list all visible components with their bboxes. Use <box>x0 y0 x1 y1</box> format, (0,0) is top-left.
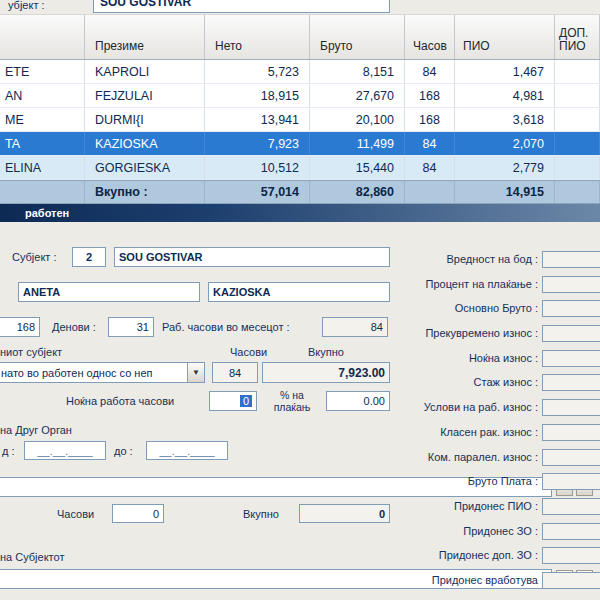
date-from-field[interactable]: __.__.____ <box>24 441 106 460</box>
percent-pay-label-line2: плаќањ <box>274 401 311 413</box>
table-row[interactable]: ETE KAPROLI 5,723 8,151 84 1,467 <box>0 60 600 84</box>
field-label: Класен рак. износ : <box>440 426 538 438</box>
total-empty <box>0 181 85 203</box>
value-field[interactable] <box>542 374 600 391</box>
col-hours: Часов <box>405 15 455 59</box>
table-row[interactable]: ELINA GORGIESKA 10,512 15,440 84 2,779 <box>0 156 600 180</box>
cell-surname: KAPROLI <box>85 60 205 83</box>
cell-name: AN <box>0 84 85 107</box>
right-field-row: Придонес доп. ЗО : <box>330 547 600 564</box>
col-dop-pio: ДОП. ПИО <box>555 15 600 59</box>
cell-neto: 7,923 <box>205 132 310 155</box>
cell-bruto: 8,151 <box>310 60 405 83</box>
value-field[interactable] <box>542 473 600 490</box>
right-field-row: Процент на плаќање : <box>330 276 600 293</box>
subject-section-label: ниот субјект <box>0 346 62 358</box>
value-field[interactable] <box>542 350 600 367</box>
percent-pay-label-line1: % на <box>280 389 304 401</box>
org-total-label: Вкупно <box>243 508 279 520</box>
total-bruto: 82,860 <box>310 181 405 203</box>
col-dop-line2: ПИО <box>559 40 588 53</box>
date-to-label: до : <box>114 445 133 457</box>
value-field[interactable] <box>542 572 600 589</box>
cell-surname: FEJZULAI <box>85 84 205 107</box>
cell-hours: 84 <box>405 156 455 179</box>
date-from-label: д : <box>2 445 15 457</box>
field-label: Придонес вработува <box>432 574 538 586</box>
employee-window-title: работен <box>25 207 69 219</box>
field-label: Ноќна износ : <box>469 352 538 364</box>
value-field[interactable] <box>542 251 600 268</box>
cell-bruto: 15,440 <box>310 156 405 179</box>
right-field-row: Услови на раб. износ : <box>330 399 600 416</box>
night-hours-field[interactable]: 0 <box>209 391 257 411</box>
cell-pio: 2,779 <box>455 156 555 179</box>
value-field[interactable] <box>542 424 600 441</box>
first-name-field[interactable]: ANETA <box>18 282 200 302</box>
right-field-row: Стаж износ : <box>330 374 600 391</box>
cell-pio: 1,467 <box>455 60 555 83</box>
cell-neto: 10,512 <box>205 156 310 179</box>
employee-window-titlebar: работен <box>0 204 600 222</box>
right-field-row: Придонес вработува <box>330 572 600 589</box>
cell-name: ME <box>0 108 85 131</box>
subject-code-field[interactable]: 2 <box>72 247 106 267</box>
cell-dop <box>555 108 600 131</box>
cell-pio: 4,981 <box>455 84 555 107</box>
right-field-row: Класен рак. износ : <box>330 424 600 441</box>
date-to-field[interactable]: __.__.____ <box>146 441 228 460</box>
value-field[interactable] <box>542 325 600 342</box>
table-row[interactable]: AN FEJZULAI 18,915 27,670 168 4,981 <box>0 84 600 108</box>
percent-pay-label: % на плаќањ <box>262 389 322 413</box>
cell-name: ETE <box>0 60 85 83</box>
cell-pio: 2,070 <box>455 132 555 155</box>
field-label: Ком. паралел. износ : <box>428 451 538 463</box>
chevron-down-icon[interactable]: ▼ <box>187 363 204 382</box>
right-field-row: Вредност на бод : <box>330 251 600 268</box>
cell-hours: 84 <box>405 60 455 83</box>
org-hours-field[interactable]: 0 <box>112 504 164 523</box>
right-field-row: Прекувремено износ : <box>330 325 600 342</box>
cell-dop <box>555 156 600 179</box>
cell-name: ELINA <box>0 156 85 179</box>
col-neto: Нето <box>205 15 310 59</box>
other-org-section-label: на Друг Орган <box>0 424 72 436</box>
subject-field-top[interactable]: SOU GOSTIVAR <box>93 0 390 13</box>
total-label: Вкупно : <box>85 181 205 203</box>
left-hours-field[interactable]: 168 <box>0 317 40 337</box>
night-hours-selected-value: 0 <box>240 395 252 407</box>
cell-name: TA <box>0 132 85 155</box>
month-hours-label: Раб. часови во месецот : <box>162 321 290 333</box>
employment-type-dropdown[interactable]: нато во работен однос со неп ▼ <box>0 362 205 383</box>
right-field-row: Основно Бруто : <box>330 300 600 317</box>
right-field-row: Ноќна износ : <box>330 350 600 367</box>
value-field[interactable] <box>542 523 600 540</box>
col-bruto: Бруто <box>310 15 405 59</box>
field-label: Придонес доп. ЗО : <box>439 549 538 561</box>
total-neto: 57,014 <box>205 181 310 203</box>
cell-hours: 168 <box>405 108 455 131</box>
value-field[interactable] <box>542 498 600 515</box>
value-field[interactable] <box>542 276 600 293</box>
value-field[interactable] <box>542 449 600 466</box>
table-row[interactable]: ME DURMI{I 13,941 20,100 168 3,618 <box>0 108 600 132</box>
days-label: Денови : <box>52 321 96 333</box>
total-pio: 14,915 <box>455 181 555 203</box>
right-field-row: Придонес ПИО : <box>330 498 600 515</box>
value-field[interactable] <box>542 300 600 317</box>
cell-hours: 84 <box>405 132 455 155</box>
col-pio: ПИО <box>455 15 555 59</box>
col-name <box>0 15 85 59</box>
cell-dop <box>555 60 600 83</box>
value-field[interactable] <box>542 399 600 416</box>
field-label: Придонес ПИО : <box>454 500 538 512</box>
table-row-selected[interactable]: TA KAZIOSKA 7,923 11,499 84 2,070 <box>0 132 600 156</box>
app-window: убјект : SOU GOSTIVAR Презиме Нето Бруто… <box>0 0 600 600</box>
employment-hours-field[interactable]: 84 <box>212 362 258 383</box>
cell-dop <box>555 132 600 155</box>
field-label: Услови на раб. износ : <box>424 401 538 413</box>
value-field[interactable] <box>542 547 600 564</box>
days-field[interactable]: 31 <box>108 317 154 337</box>
field-label: Придонес ЗО : <box>463 525 538 537</box>
cell-bruto: 11,499 <box>310 132 405 155</box>
